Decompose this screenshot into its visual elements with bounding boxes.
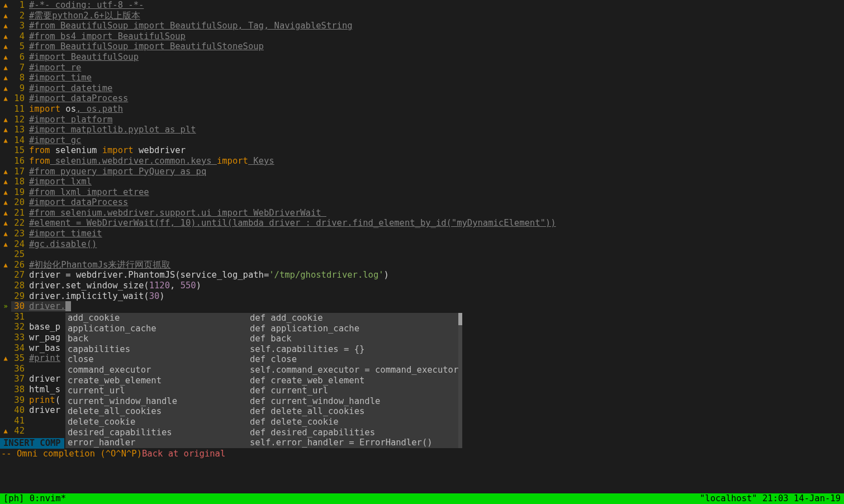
code-content[interactable]: #import gc xyxy=(27,135,81,146)
code-content[interactable]: wr_pag xyxy=(27,332,60,343)
completion-item[interactable]: application_cachedef application_cache xyxy=(65,324,458,334)
completion-item[interactable]: error_handlerself.error_handler = ErrorH… xyxy=(65,438,458,448)
gutter-marker xyxy=(0,364,11,374)
code-content[interactable]: #需要python2.6+以上版本 xyxy=(27,11,140,21)
code-content[interactable]: driver xyxy=(27,374,60,384)
code-content[interactable]: base_p xyxy=(27,322,60,332)
code-content[interactable]: #from pyquery import PyQuery as pq xyxy=(27,167,206,177)
code-line[interactable]: ▲14#import gc xyxy=(0,135,844,146)
code-content[interactable]: #print xyxy=(27,353,60,364)
code-content[interactable]: #import matplotlib.pyplot as plt xyxy=(27,125,196,135)
code-content[interactable] xyxy=(27,364,29,374)
code-content[interactable]: wr_bas xyxy=(27,343,60,354)
line-number: 15 xyxy=(11,145,27,156)
completion-popup[interactable]: add_cookiedef add_cookieapplication_cach… xyxy=(65,313,458,448)
code-line[interactable]: ▲8#import time xyxy=(0,73,844,83)
code-content[interactable] xyxy=(27,426,29,436)
code-line[interactable]: ▲13#import matplotlib.pyplot as plt xyxy=(0,125,844,135)
code-content[interactable]: #import timeit xyxy=(27,229,102,239)
code-content[interactable]: #import dataProcess xyxy=(27,197,128,208)
code-content[interactable]: #import time xyxy=(27,73,92,83)
code-line[interactable]: ▲23#import timeit xyxy=(0,229,844,239)
code-content[interactable] xyxy=(27,249,29,260)
code-content[interactable]: import os, os.path xyxy=(27,104,123,115)
code-content[interactable]: from selenium import webdriver xyxy=(27,145,186,156)
code-content[interactable]: html_s xyxy=(27,384,60,395)
code-line[interactable]: ▲26#初始化PhantomJs来进行网页抓取 xyxy=(0,260,844,270)
code-content[interactable]: #import platform xyxy=(27,115,112,125)
code-line[interactable]: »30driver. xyxy=(0,301,844,312)
code-line[interactable]: ▲4#from bs4 import BeautifulSoup xyxy=(0,31,844,42)
code-line[interactable]: ▲18#import lxml xyxy=(0,177,844,187)
code-content[interactable]: #gc.disable() xyxy=(27,239,97,250)
completion-item[interactable]: create_web_elementdef create_web_element xyxy=(65,375,458,386)
code-line[interactable]: ▲9#import datetime xyxy=(0,83,844,94)
tmux-status-bar: [ph] 0:nvim* "localhost" 21:03 14-Jan-19 xyxy=(0,493,844,504)
code-line[interactable]: ▲7#import re xyxy=(0,63,844,73)
code-line[interactable]: ▲20#import dataProcess xyxy=(0,197,844,208)
code-content[interactable]: driver.set_window_size(1120, 550) xyxy=(27,280,201,291)
code-line[interactable]: ▲1#-*- coding: utf-8 -*- xyxy=(0,0,844,11)
code-line[interactable]: ▲17#from pyquery import PyQuery as pq xyxy=(0,167,844,177)
code-content[interactable]: #from BeautifulSoup import BeautifulSton… xyxy=(27,41,264,52)
code-line[interactable]: 25 xyxy=(0,249,844,260)
completion-info: def delete_cookie xyxy=(248,417,339,427)
completion-item[interactable]: add_cookiedef add_cookie xyxy=(65,313,458,324)
code-line[interactable]: ▲10#import dataProcess xyxy=(0,93,844,104)
completion-item[interactable]: current_window_handledef current_window_… xyxy=(65,396,458,407)
code-line[interactable]: 15from selenium import webdriver xyxy=(0,145,844,156)
code-line[interactable]: 29driver.implicitly_wait(30) xyxy=(0,291,844,302)
gutter-marker: ▲ xyxy=(0,83,11,94)
code-content[interactable]: #from selenium.webdriver.support.ui impo… xyxy=(27,208,326,218)
code-content[interactable]: #import BeautifulSoup xyxy=(27,52,139,63)
code-content[interactable]: #-*- coding: utf-8 -*- xyxy=(27,0,144,11)
line-number: 33 xyxy=(11,332,27,343)
code-content[interactable]: #import re xyxy=(27,63,81,73)
code-line[interactable]: ▲5#from BeautifulSoup import BeautifulSt… xyxy=(0,41,844,52)
code-line[interactable]: ▲6#import BeautifulSoup xyxy=(0,52,844,63)
code-line[interactable]: ▲21#from selenium.webdriver.support.ui i… xyxy=(0,208,844,218)
gutter-marker xyxy=(0,249,11,260)
completion-item[interactable]: command_executorself.command_executor = … xyxy=(65,365,458,375)
code-content[interactable]: driver. xyxy=(27,301,71,312)
gutter-marker: ▲ xyxy=(0,353,11,364)
popup-scrollbar[interactable] xyxy=(458,313,462,448)
completion-item[interactable]: desired_capabilitiesdef desired_capabili… xyxy=(65,427,458,438)
code-content[interactable]: #import lxml xyxy=(27,177,92,187)
completion-item[interactable]: backdef back xyxy=(65,334,458,344)
code-line[interactable]: ▲19#from lxml import etree xyxy=(0,187,844,198)
code-line[interactable]: ▲24#gc.disable() xyxy=(0,239,844,250)
completion-item[interactable]: capabilitiesself.capabilities = {} xyxy=(65,344,458,355)
code-content[interactable]: driver.implicitly_wait(30) xyxy=(27,291,165,302)
code-content[interactable]: driver = webdriver.PhantomJS(service_log… xyxy=(27,270,389,280)
code-content[interactable]: #初始化PhantomJs来进行网页抓取 xyxy=(27,260,170,270)
line-number: 23 xyxy=(11,229,27,239)
code-content[interactable]: #element = WebDriverWait(ff, 10).until(l… xyxy=(27,218,556,229)
code-line[interactable]: 27driver = webdriver.PhantomJS(service_l… xyxy=(0,270,844,280)
code-content[interactable] xyxy=(27,416,29,426)
code-line[interactable]: ▲2#需要python2.6+以上版本 xyxy=(0,11,844,21)
completion-info: def desired_capabilities xyxy=(248,427,375,438)
code-content[interactable]: #from lxml import etree xyxy=(27,187,149,198)
code-line[interactable]: 11import os, os.path xyxy=(0,104,844,115)
gutter-marker: ▲ xyxy=(0,260,11,270)
code-content[interactable]: print( xyxy=(27,395,60,406)
code-line[interactable]: 28driver.set_window_size(1120, 550) xyxy=(0,280,844,291)
code-content[interactable]: #import dataProcess xyxy=(27,93,128,104)
code-content[interactable]: #from bs4 import BeautifulSoup xyxy=(27,31,186,42)
code-content[interactable] xyxy=(27,312,29,322)
code-content[interactable]: driver xyxy=(27,405,60,416)
code-content[interactable]: #import datetime xyxy=(27,83,112,94)
completion-item[interactable]: closedef close xyxy=(65,354,458,365)
code-content[interactable]: from selenium.webdriver.common.keys impo… xyxy=(27,156,274,167)
code-content[interactable]: #from BeautifulSoup import BeautifulSoup… xyxy=(27,21,353,31)
completion-item[interactable]: delete_cookiedef delete_cookie xyxy=(65,417,458,427)
popup-scrollbar-thumb[interactable] xyxy=(458,313,462,325)
completion-item[interactable]: current_urldef current_url xyxy=(65,386,458,396)
code-line[interactable]: ▲3#from BeautifulSoup import BeautifulSo… xyxy=(0,21,844,31)
line-number: 20 xyxy=(11,197,27,208)
code-line[interactable]: 16from selenium.webdriver.common.keys im… xyxy=(0,156,844,167)
code-line[interactable]: ▲22#element = WebDriverWait(ff, 10).unti… xyxy=(0,218,844,229)
completion-item[interactable]: delete_all_cookiesdef delete_all_cookies xyxy=(65,406,458,417)
code-line[interactable]: ▲12#import platform xyxy=(0,115,844,125)
